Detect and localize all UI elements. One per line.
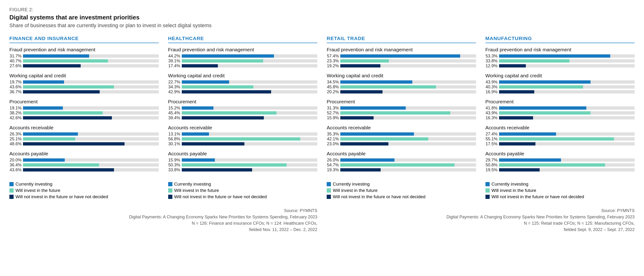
section-finance: FINANCE AND INSURANCEFraud prevention an… xyxy=(10,36,159,201)
legend-color-will_not-finance xyxy=(10,195,14,199)
metric-block-finance-2: Procurement19.1%38.2%42.6% xyxy=(10,99,159,121)
bar-row-retail-4-1: 54.7% xyxy=(327,163,476,167)
bar-row-manufacturing-1-2: 16.9% xyxy=(486,90,635,94)
bar-track-retail-1-2 xyxy=(340,90,476,93)
bar-row-finance-3-1: 25.1% xyxy=(10,137,159,141)
bar-track-healthcare-2-0 xyxy=(182,106,318,110)
bar-row-retail-2-2: 15.9% xyxy=(327,116,476,120)
bar-row-retail-0-1: 23.3% xyxy=(327,59,476,63)
bar-track-healthcare-1-2 xyxy=(182,90,318,93)
bar-track-healthcare-4-0 xyxy=(182,158,318,162)
bar-track-healthcare-3-0 xyxy=(182,132,318,136)
bar-track-finance-0-0 xyxy=(23,54,159,58)
bar-track-manufacturing-1-0 xyxy=(499,80,635,84)
bar-label-manufacturing-4-0: 29.7% xyxy=(486,158,498,163)
bar-fill-manufacturing-1-2 xyxy=(499,90,534,93)
chart-subtitle: Share of businesses that are currently i… xyxy=(10,22,634,28)
bar-track-retail-2-0 xyxy=(340,106,476,110)
bar-fill-finance-0-0 xyxy=(23,54,89,58)
bar-label-healthcare-1-0: 22.7% xyxy=(168,80,180,85)
bar-track-retail-1-0 xyxy=(340,80,476,84)
metric-block-retail-3: Accounts receivable35.3%42.1%23.0% xyxy=(327,125,476,147)
bar-label-healthcare-4-2: 33.8% xyxy=(168,168,180,172)
bar-label-manufacturing-1-0: 43.9% xyxy=(486,80,498,85)
footnote-left: Source: PYMNTS Digital Payments: A Chang… xyxy=(10,208,317,233)
bar-label-retail-0-0: 57.4% xyxy=(327,54,339,59)
metric-block-healthcare-4: Accounts payable15.9%50.3%33.8% xyxy=(168,151,318,173)
bar-label-finance-0-1: 40.7% xyxy=(10,59,22,63)
bar-row-retail-4-0: 26.0% xyxy=(327,158,476,162)
bar-row-healthcare-2-2: 39.4% xyxy=(168,116,318,120)
bar-label-manufacturing-3-0: 27.4% xyxy=(486,132,498,137)
bar-fill-healthcare-3-2 xyxy=(182,142,244,146)
bar-row-finance-4-2: 43.6% xyxy=(10,168,159,172)
metric-title-manufacturing-0: Fraud prevention and risk management xyxy=(486,47,635,52)
bar-fill-retail-2-2 xyxy=(340,116,374,119)
metric-title-healthcare-2: Procurement xyxy=(168,99,318,104)
bar-fill-finance-0-2 xyxy=(23,64,81,67)
legend-item-will_not-healthcare: Will not invest in the future or have no… xyxy=(168,194,318,199)
bar-fill-finance-3-2 xyxy=(23,142,124,146)
legend-color-will-finance xyxy=(10,188,14,193)
bar-fill-retail-4-1 xyxy=(340,163,454,167)
bar-row-manufacturing-0-0: 53.3% xyxy=(486,54,635,58)
bar-fill-manufacturing-2-2 xyxy=(499,116,533,119)
bar-fill-finance-3-0 xyxy=(23,132,78,136)
bar-label-healthcare-2-2: 39.4% xyxy=(168,115,180,120)
chart-title: Digital systems that are investment prio… xyxy=(10,14,634,21)
metric-title-healthcare-3: Accounts receivable xyxy=(168,125,318,130)
bar-track-manufacturing-2-1 xyxy=(499,111,635,115)
bar-track-healthcare-2-1 xyxy=(182,111,318,115)
legend-text-will-healthcare: Will invest in the future xyxy=(174,188,219,193)
bar-track-manufacturing-0-2 xyxy=(499,64,635,67)
bar-fill-healthcare-1-2 xyxy=(182,90,271,93)
metric-title-retail-0: Fraud prevention and risk management xyxy=(327,47,476,52)
bar-label-finance-4-1: 36.4% xyxy=(10,163,22,168)
bar-row-healthcare-3-2: 30.1% xyxy=(168,142,318,146)
bar-track-finance-4-0 xyxy=(23,158,159,162)
bar-fill-healthcare-0-1 xyxy=(182,59,263,62)
bar-fill-finance-1-1 xyxy=(23,85,114,89)
metric-block-healthcare-0: Fraud prevention and risk management44.2… xyxy=(168,47,318,69)
bar-fill-finance-1-2 xyxy=(23,90,100,93)
bar-row-retail-0-2: 19.2% xyxy=(327,64,476,68)
bar-row-finance-0-1: 40.7% xyxy=(10,59,159,63)
footnote-right: Source: PYMNTS Digital Payments: A Chang… xyxy=(327,208,634,233)
bar-row-finance-3-0: 26.3% xyxy=(10,132,159,136)
bar-row-finance-2-0: 19.1% xyxy=(10,106,159,110)
bar-row-healthcare-1-2: 42.9% xyxy=(168,90,318,94)
bar-track-healthcare-0-0 xyxy=(182,54,318,58)
bar-label-retail-0-2: 19.2% xyxy=(327,63,339,68)
bar-track-manufacturing-0-0 xyxy=(499,54,635,58)
section-retail: RETAIL TRADEFraud prevention and risk ma… xyxy=(327,36,476,201)
metric-title-retail-1: Working capital and credit xyxy=(327,73,476,78)
bar-label-healthcare-3-1: 56.8% xyxy=(168,137,180,142)
bar-track-retail-3-1 xyxy=(340,137,476,141)
bar-fill-healthcare-0-0 xyxy=(182,54,274,58)
legend-text-currently-manufacturing: Currently investing xyxy=(492,182,528,187)
bar-track-healthcare-0-2 xyxy=(182,64,318,67)
legend-item-will_not-manufacturing: Will not invest in the future or have no… xyxy=(486,194,635,199)
bar-fill-healthcare-4-1 xyxy=(182,163,287,167)
bar-fill-finance-2-0 xyxy=(23,106,63,110)
bar-track-retail-0-0 xyxy=(340,54,476,58)
bar-track-finance-3-2 xyxy=(23,142,159,146)
legend-color-currently-healthcare xyxy=(168,182,172,186)
metric-title-manufacturing-4: Accounts payable xyxy=(486,151,635,157)
bar-fill-retail-4-0 xyxy=(340,158,394,162)
bar-track-manufacturing-3-1 xyxy=(499,137,635,141)
bar-fill-healthcare-3-0 xyxy=(182,132,209,136)
bar-fill-healthcare-2-0 xyxy=(182,106,214,110)
bar-row-retail-2-0: 31.3% xyxy=(327,106,476,110)
bar-fill-retail-3-2 xyxy=(340,142,388,146)
metric-block-retail-4: Accounts payable26.0%54.7%19.3% xyxy=(327,151,476,173)
bar-label-finance-2-0: 19.1% xyxy=(10,106,22,111)
bar-row-finance-1-2: 36.7% xyxy=(10,90,159,94)
bar-row-finance-0-2: 27.6% xyxy=(10,64,159,68)
charts-container: FINANCE AND INSURANCEFraud prevention an… xyxy=(10,36,634,201)
legend-item-will-healthcare: Will invest in the future xyxy=(168,188,318,193)
legend-text-will-manufacturing: Will invest in the future xyxy=(492,188,536,193)
bar-label-manufacturing-1-1: 40.3% xyxy=(486,85,498,89)
bar-track-retail-2-1 xyxy=(340,111,476,115)
metric-block-retail-0: Fraud prevention and risk management57.4… xyxy=(327,47,476,69)
